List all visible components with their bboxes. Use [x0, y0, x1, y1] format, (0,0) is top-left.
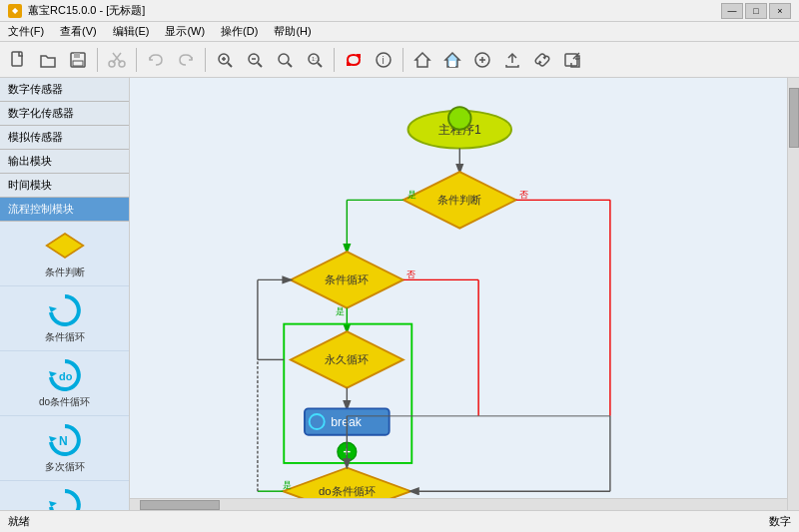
- svg-marker-22: [415, 53, 429, 67]
- canvas-area[interactable]: 主程序1 条件判断 是 否 条件循环 否 是: [130, 78, 799, 510]
- zoom-in-button[interactable]: [211, 46, 239, 74]
- minimize-button[interactable]: —: [721, 3, 743, 19]
- info-button[interactable]: i: [370, 46, 398, 74]
- separator-4: [334, 48, 335, 72]
- svg-point-15: [279, 54, 289, 64]
- svg-text:否: 否: [406, 268, 415, 279]
- statusbar: 就绪 数字: [0, 510, 799, 532]
- condition-judge-icon: [45, 228, 85, 264]
- refresh-button[interactable]: [340, 46, 368, 74]
- toolbar: 1:1 i: [0, 42, 799, 78]
- vertical-scrollbar[interactable]: [787, 78, 799, 510]
- multi-loop-label: 多次循环: [45, 460, 85, 474]
- svg-text:do: do: [59, 370, 73, 382]
- svg-point-80: [448, 107, 471, 130]
- maximize-button[interactable]: □: [745, 3, 767, 19]
- menubar: 文件(F) 查看(V) 编辑(E) 显示(W) 操作(D) 帮助(H): [0, 22, 799, 42]
- svg-marker-31: [49, 306, 57, 312]
- zoom-fit-button[interactable]: [271, 46, 299, 74]
- export-button[interactable]: [558, 46, 586, 74]
- condition-loop-icon: [45, 292, 85, 328]
- menu-edit[interactable]: 编辑(E): [109, 23, 154, 40]
- svg-line-9: [228, 63, 232, 67]
- forever-loop-icon: [45, 487, 85, 510]
- sidebar-section-digital-sensor[interactable]: 数字传感器: [0, 78, 129, 102]
- close-button[interactable]: ×: [769, 3, 791, 19]
- svg-point-6: [109, 61, 115, 67]
- redo-button[interactable]: [172, 46, 200, 74]
- svg-text:i: i: [383, 55, 385, 66]
- upload-button[interactable]: [498, 46, 526, 74]
- svg-text:否: 否: [519, 189, 528, 200]
- sidebar-section-time-module[interactable]: 时间模块: [0, 174, 129, 198]
- sidebar-item-do-condition-loop[interactable]: do do条件循环: [0, 351, 129, 416]
- sidebar-section-output-module[interactable]: 输出模块: [0, 150, 129, 174]
- add-button[interactable]: [468, 46, 496, 74]
- zoom-out-button[interactable]: [241, 46, 269, 74]
- svg-marker-30: [46, 234, 83, 258]
- svg-text:1:1: 1:1: [312, 56, 321, 62]
- sidebar-item-multi-loop[interactable]: N 多次循环: [0, 416, 129, 481]
- link-button[interactable]: [528, 46, 556, 74]
- svg-marker-34: [49, 436, 57, 442]
- window-title: 蕙宝RC15.0.0 - [无标题]: [28, 3, 721, 18]
- svg-rect-2: [74, 53, 80, 58]
- save-button[interactable]: [64, 46, 92, 74]
- horizontal-scrollbar[interactable]: [130, 498, 787, 510]
- main-layout: 数字传感器 数字化传感器 模拟传感器 输出模块 时间模块 流程控制模块 条件判断: [0, 78, 799, 510]
- horizontal-scroll-thumb[interactable]: [140, 500, 220, 510]
- titlebar: ◆ 蕙宝RC15.0.0 - [无标题] — □ ×: [0, 0, 799, 22]
- multi-loop-icon: N: [45, 422, 85, 458]
- sidebar-item-condition-loop[interactable]: 条件循环: [0, 286, 129, 351]
- svg-text:是: 是: [336, 305, 345, 316]
- window-controls: — □ ×: [721, 3, 791, 19]
- vertical-scroll-thumb[interactable]: [789, 88, 799, 148]
- sidebar-section-digitize-sensor[interactable]: 数字化传感器: [0, 102, 129, 126]
- svg-text:是: 是: [407, 189, 416, 200]
- svg-text:是: 是: [283, 479, 292, 490]
- svg-rect-0: [12, 52, 22, 66]
- home2-button[interactable]: [438, 46, 466, 74]
- sidebar-flow-items: 条件判断 条件循环 do: [0, 222, 129, 510]
- status-left: 就绪: [8, 514, 30, 529]
- svg-rect-3: [73, 61, 83, 66]
- sidebar-item-condition-judge[interactable]: 条件判断: [0, 222, 129, 286]
- do-condition-loop-label: do条件循环: [39, 395, 90, 409]
- status-right: 数字: [769, 514, 791, 529]
- sidebar-section-flow-control[interactable]: 流程控制模块: [0, 198, 129, 222]
- home-button[interactable]: [408, 46, 436, 74]
- svg-marker-32: [49, 371, 57, 377]
- undo-button[interactable]: [142, 46, 170, 74]
- svg-text:永久循环: 永久循环: [325, 353, 369, 365]
- condition-loop-label: 条件循环: [45, 330, 85, 344]
- svg-point-7: [119, 61, 125, 67]
- svg-rect-24: [449, 61, 455, 67]
- new-button[interactable]: [4, 46, 32, 74]
- separator-5: [402, 48, 403, 72]
- do-condition-loop-icon: do: [45, 357, 85, 393]
- menu-help[interactable]: 帮助(H): [270, 23, 315, 40]
- svg-text:do条件循环: do条件循环: [319, 485, 376, 497]
- svg-line-18: [318, 63, 322, 67]
- svg-line-13: [258, 63, 262, 67]
- svg-marker-36: [49, 501, 57, 507]
- app-icon: ◆: [8, 4, 22, 18]
- svg-text:N: N: [59, 434, 68, 448]
- zoom-100-button[interactable]: 1:1: [301, 46, 329, 74]
- cut-button[interactable]: [103, 46, 131, 74]
- sidebar-item-forever-loop[interactable]: 永久循环: [0, 481, 129, 510]
- separator-1: [97, 48, 98, 72]
- sidebar-section-analog-sensor[interactable]: 模拟传感器: [0, 126, 129, 150]
- sidebar: 数字传感器 数字化传感器 模拟传感器 输出模块 时间模块 流程控制模块 条件判断: [0, 78, 130, 510]
- svg-line-16: [288, 63, 292, 67]
- menu-display[interactable]: 显示(W): [161, 23, 209, 40]
- open-button[interactable]: [34, 46, 62, 74]
- menu-operate[interactable]: 操作(D): [217, 23, 262, 40]
- separator-2: [136, 48, 137, 72]
- svg-text:条件判断: 条件判断: [437, 194, 481, 206]
- menu-view[interactable]: 查看(V): [56, 23, 101, 40]
- menu-file[interactable]: 文件(F): [4, 23, 48, 40]
- separator-3: [205, 48, 206, 72]
- condition-judge-label: 条件判断: [45, 266, 85, 279]
- flowchart-svg: 主程序1 条件判断 是 否 条件循环 否 是: [130, 78, 799, 510]
